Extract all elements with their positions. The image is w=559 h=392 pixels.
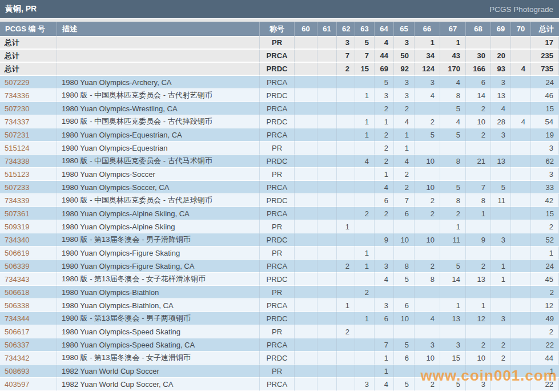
grade-count-cell [295,181,317,194]
table-row: 4035971982 Yuan World Cup Soccer, CAPRCA… [0,378,559,391]
grade-count-cell: 11 [440,233,466,246]
grade-count-cell: 7 [337,50,355,63]
grade-count-cell [295,378,317,391]
table-row: 7343391980 版 - 中国奥林匹克委员会 - 古代足球铜币PRDC672… [0,194,559,207]
grade-count-cell: 6 [375,312,394,325]
grade-count-cell: 2 [375,207,394,220]
pcgs-number-link[interactable]: 734337 [0,115,57,128]
grade-count-cell: 170 [440,63,466,76]
total-cell: 24 [531,76,559,89]
grade-count-cell: 5 [394,338,415,351]
pcgs-number-link[interactable]: 507229 [0,76,57,89]
pcgs-number-link[interactable]: 506617 [0,325,57,338]
pcgs-number-link[interactable]: 507231 [0,128,57,142]
grade-count-cell [355,325,375,338]
pcgs-number-link[interactable]: 507361 [0,207,57,220]
grade-count-cell: 2 [394,181,415,194]
table-row: 5151231980 Yuan Olympics-SoccerPR123 [0,168,559,181]
pcgs-number-link[interactable]: 507230 [0,102,57,115]
grade-count-cell: 2 [440,207,466,220]
grade-count-cell [317,325,337,338]
pcgs-number-link[interactable]: 734343 [0,273,57,286]
coin-description: 1980 版 - 第13届冬澳会 - 女子花样滑冰铜币 [57,273,260,286]
designation-cell: PRCA [260,50,295,63]
total-cell: 735 [531,63,559,76]
pcgs-number-link[interactable]: 506337 [0,338,57,351]
pcgs-number-link[interactable]: 509319 [0,220,57,233]
grade-count-cell [466,220,491,233]
designation-cell: PRCA [260,338,295,351]
pcgs-number-link[interactable]: 506619 [0,246,57,260]
grade-count-cell [337,194,355,207]
pcgs-number-link[interactable]: 507233 [0,181,57,194]
grade-count-cell [375,286,394,299]
designation-cell: PRDC [260,351,295,365]
grade-count-cell [491,286,511,299]
grade-count-cell [511,260,531,273]
grade-count-cell: 10 [394,312,415,325]
grade-count-cell: 3 [337,37,355,50]
table-row: 5066181980 Yuan Olympics-BiathlonPR22 [0,286,559,299]
grade-count-cell [337,273,355,286]
pcgs-number-link[interactable]: 734339 [0,194,57,207]
total-cell: 19 [531,128,559,142]
coin-description: 1980 版 - 第13届冬澳会 - 女子速滑铜币 [57,351,260,365]
pcgs-number-link[interactable]: 515124 [0,142,57,155]
pcgs-number-link[interactable]: 734338 [0,155,57,168]
coin-description [57,37,260,50]
grade-count-cell [295,325,317,338]
grade-count-cell: 5 [440,128,466,142]
designation-cell: PRCA [260,128,295,142]
designation-cell: PRDC [260,89,295,102]
grade-count-cell [491,168,511,181]
grade-count-cell: 30 [466,50,491,63]
pcgs-number-link[interactable]: 506339 [0,260,57,273]
grade-count-cell [511,351,531,365]
grade-count-cell [295,233,317,246]
grade-count-cell [355,142,375,155]
grade-count-cell: 8 [466,194,491,207]
pcgs-number-link[interactable]: 506618 [0,286,57,299]
designation-cell: PRDC [260,63,295,76]
grade-count-cell: 4 [375,37,394,50]
designation-cell: PRCA [260,207,295,220]
designation-cell: PR [260,220,295,233]
grade-count-cell: 1 [375,115,394,128]
grade-count-cell: 2 [491,338,511,351]
grade-count-cell [440,325,466,338]
grade-count-cell: 3 [415,76,440,89]
grade-count-cell [466,168,491,181]
coin-description: 1980 Yuan Olympics-Equestrian [57,142,260,155]
pcgs-number-link[interactable]: 515123 [0,168,57,181]
pcgs-number-link[interactable]: 734336 [0,89,57,102]
grade-count-cell [355,299,375,312]
grade-count-cell: 6 [375,194,394,207]
column-header-61: 61 [317,22,337,37]
column-header-64: 64 [375,22,394,37]
grade-count-cell: 2 [415,378,440,391]
pcgs-number-link[interactable]: 508693 [0,365,57,378]
pcgs-number-link[interactable]: 506338 [0,299,57,312]
grade-count-cell: 2 [375,128,394,142]
pcgs-number-link[interactable]: 734344 [0,312,57,325]
grade-count-cell [440,286,466,299]
grade-count-cell: 2 [355,286,375,299]
designation-cell: PRDC [260,273,295,286]
pcgs-number-link[interactable]: 734342 [0,351,57,365]
grade-count-cell [295,273,317,286]
grade-count-cell: 2 [375,102,394,115]
grade-count-cell: 8 [440,89,466,102]
total-cell: 42 [531,194,559,207]
pcgs-number-link[interactable]: 403597 [0,378,57,391]
total-cell: 49 [531,312,559,325]
grade-count-cell: 2 [491,351,511,365]
grade-count-cell [355,181,375,194]
grade-count-cell: 5 [491,181,511,194]
grade-count-cell [394,286,415,299]
grade-count-cell [415,168,440,181]
grade-count-cell: 10 [466,351,491,365]
grade-count-cell: 3 [466,378,491,391]
grade-count-cell: 4 [394,155,415,168]
grade-count-cell: 3 [440,338,466,351]
pcgs-number-link[interactable]: 734340 [0,233,57,246]
